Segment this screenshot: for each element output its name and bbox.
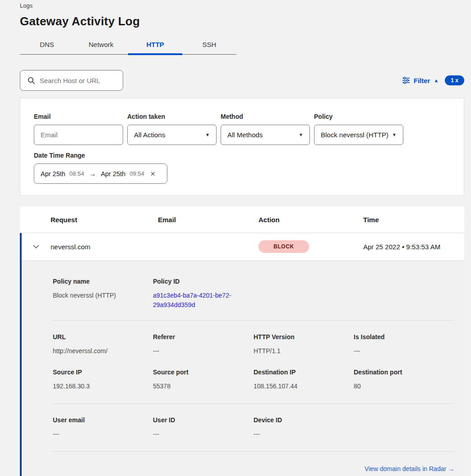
activity-log-table: Request Email Action Time neverssl.com B… xyxy=(20,206,464,476)
is-isolated-detail: Is Isolated --- xyxy=(354,333,454,356)
destination-ip-detail-value: 108.156.107.44 xyxy=(254,382,354,391)
source-port-detail: Source port 55378 xyxy=(153,369,254,391)
row-expander[interactable] xyxy=(22,245,51,248)
http-version-detail-value: HTTP/1.1 xyxy=(254,346,354,356)
referer-detail: Referer --- xyxy=(153,333,254,356)
row-details-panel: Policy name Block neverssl (HTTP) Policy… xyxy=(22,261,464,476)
tab-dns[interactable]: DNS xyxy=(20,36,74,54)
view-radar-link[interactable]: View domain details in Radar → xyxy=(365,465,454,472)
action-taken-field: Action taken All Actions ▼ xyxy=(127,113,217,145)
clear-date-range-icon[interactable]: ✕ xyxy=(150,170,156,177)
range-end-time: 09:54 xyxy=(129,170,144,177)
tab-http[interactable]: HTTP xyxy=(128,36,182,54)
chevron-down-icon: ▼ xyxy=(299,132,303,137)
page-title: Gateway Activity Log xyxy=(20,14,464,29)
range-start-date: Apr 25th xyxy=(41,170,65,177)
search-box[interactable] xyxy=(20,70,123,91)
source-port-detail-value: 55378 xyxy=(153,382,254,391)
url-detail-label: URL xyxy=(53,333,153,341)
user-email-detail-value: --- xyxy=(53,429,153,439)
filter-sliders-icon xyxy=(402,77,410,84)
is-isolated-detail-label: Is Isolated xyxy=(354,333,454,341)
breadcrumb[interactable]: Logs xyxy=(20,2,464,10)
chevron-down-icon: ▼ xyxy=(392,132,397,137)
policy-select[interactable]: Block neverssl (HTTP) ▼ xyxy=(314,125,403,145)
policy-field: Policy Block neverssl (HTTP) ▼ xyxy=(314,113,403,145)
destination-port-detail-value: 80 xyxy=(354,382,454,391)
toolbar: Filter ▲ 1 x xyxy=(20,70,464,91)
email-filter-field: Email xyxy=(34,113,123,145)
policy-name-detail-value: Block neverssl (HTTP) xyxy=(53,291,153,300)
filter-count-badge[interactable]: 1 x xyxy=(445,75,464,85)
user-id-detail-label: User ID xyxy=(153,416,254,424)
filter-toggle-button[interactable]: Filter xyxy=(414,77,430,84)
tab-network[interactable]: Network xyxy=(74,36,128,54)
source-ip-detail-value: 192.168.30.3 xyxy=(53,382,153,391)
http-version-detail: HTTP Version HTTP/1.1 xyxy=(254,333,354,356)
gateway-activity-log-page: Logs Gateway Activity Log DNS Network HT… xyxy=(0,0,471,476)
source-ip-detail-label: Source IP xyxy=(53,369,153,376)
chevron-down-icon xyxy=(33,245,39,248)
tab-ssh[interactable]: SSH xyxy=(182,36,236,54)
method-field: Method All Methods ▼ xyxy=(221,113,310,145)
action-taken-label: Action taken xyxy=(127,113,217,120)
policy-id-detail: Policy ID a91c3eb4-ba7a-4201-be72-29a934… xyxy=(153,278,254,310)
device-id-detail-label: Device ID xyxy=(254,416,354,424)
method-value: All Methods xyxy=(227,131,263,139)
device-id-detail: Device ID --- xyxy=(254,416,354,439)
destination-ip-detail: Destination IP 108.156.107.44 xyxy=(254,369,354,391)
tab-bar: DNS Network HTTP SSH xyxy=(20,36,236,55)
http-version-detail-label: HTTP Version xyxy=(254,333,354,341)
filter-panel: Email Action taken All Actions ▼ Method … xyxy=(20,98,464,196)
column-header-request: Request xyxy=(51,216,158,224)
range-end-date: Apr 25th xyxy=(101,170,125,177)
source-port-detail-label: Source port xyxy=(153,369,254,376)
referer-detail-value: --- xyxy=(153,346,254,356)
expanded-row-wrapper: neverssl.com BLOCK Apr 25 2022 • 9:53:53… xyxy=(20,233,464,476)
destination-ip-detail-label: Destination IP xyxy=(254,369,354,376)
row-action: BLOCK xyxy=(259,240,363,253)
column-header-email: Email xyxy=(158,216,259,224)
user-id-detail-value: --- xyxy=(153,429,254,439)
date-time-range-field: Date Time Range Apr 25th 08:54 → Apr 25t… xyxy=(34,152,450,184)
search-input[interactable] xyxy=(40,77,117,84)
user-email-detail: User email --- xyxy=(53,416,153,439)
email-filter-label: Email xyxy=(34,113,123,120)
row-time: Apr 25 2022 • 9:53:53 AM xyxy=(363,243,464,251)
date-time-range-label: Date Time Range xyxy=(34,152,450,159)
range-start-time: 08:54 xyxy=(69,170,84,177)
action-taken-select[interactable]: All Actions ▼ xyxy=(127,125,217,145)
user-id-detail: User ID --- xyxy=(153,416,254,439)
policy-id-detail-label: Policy ID xyxy=(153,278,254,285)
destination-port-detail: Destination port 80 xyxy=(354,369,454,391)
chevron-down-icon: ▼ xyxy=(205,132,210,137)
user-email-detail-label: User email xyxy=(53,416,153,424)
filter-controls: Filter ▲ 1 x xyxy=(402,75,464,85)
column-header-action: Action xyxy=(259,216,363,224)
device-id-detail-value: --- xyxy=(254,429,354,439)
table-row[interactable]: neverssl.com BLOCK Apr 25 2022 • 9:53:53… xyxy=(22,233,464,261)
policy-label: Policy xyxy=(314,113,403,120)
method-select[interactable]: All Methods ▼ xyxy=(221,125,310,145)
policy-value: Block neverssl (HTTP) xyxy=(321,131,388,139)
block-status-badge: BLOCK xyxy=(259,240,309,253)
chevron-up-icon[interactable]: ▲ xyxy=(434,78,439,83)
date-range-picker[interactable]: Apr 25th 08:54 → Apr 25th 09:54 ✕ xyxy=(34,163,167,184)
action-taken-value: All Actions xyxy=(134,131,165,139)
policy-name-detail: Policy name Block neverssl (HTTP) xyxy=(53,278,153,310)
policy-name-detail-label: Policy name xyxy=(53,278,153,285)
url-detail: URL http://neverssl.com/ xyxy=(53,333,153,356)
referer-detail-label: Referer xyxy=(153,333,254,341)
table-header: Request Email Action Time xyxy=(20,206,464,233)
arrow-right-icon: → xyxy=(88,170,97,177)
url-detail-value: http://neverssl.com/ xyxy=(53,346,153,356)
column-header-time: Time xyxy=(363,216,464,224)
source-ip-detail: Source IP 192.168.30.3 xyxy=(53,369,153,391)
row-request: neverssl.com xyxy=(51,243,158,251)
method-label: Method xyxy=(221,113,310,120)
email-filter-input[interactable] xyxy=(34,125,123,145)
destination-port-detail-label: Destination port xyxy=(354,369,454,376)
search-icon xyxy=(28,77,35,84)
is-isolated-detail-value: --- xyxy=(354,346,454,356)
policy-id-link[interactable]: a91c3eb4-ba7a-4201-be72-29a934dd359d xyxy=(153,291,241,310)
